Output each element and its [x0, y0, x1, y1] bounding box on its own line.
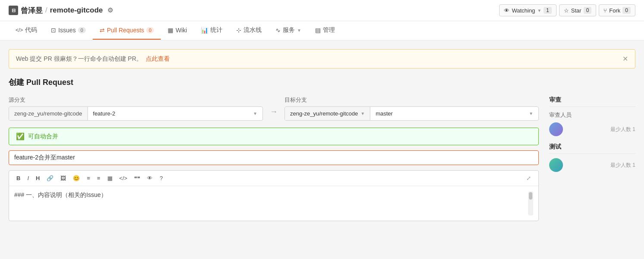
nav-item-code[interactable]: </> 代码 [9, 21, 44, 40]
source-repo-name: zeng-ze_yu/remote-gitcode [9, 107, 88, 120]
toolbar-table[interactable]: ▦ [104, 173, 116, 183]
reviewer-avatar [549, 122, 563, 136]
source-branch-value: feature-2 [93, 110, 116, 117]
review-section-title: 审查 [549, 96, 635, 107]
header-actions: 👁 Watching ▼ 1 ☆ Star 0 ⑂ Fork 0 [499, 4, 635, 16]
toolbar-quote[interactable]: ❝❝ [131, 173, 143, 183]
editor-body[interactable]: ### 一、内容说明（相关的Issue） [9, 186, 538, 221]
target-branch-section: 目标分支 zeng-ze_yu/remote-gitcode ▼ master … [284, 96, 539, 121]
main-content: Web 提交 PR 很麻烦？一行命令自动创建 PR。 点此查看 ✕ 创建 Pul… [0, 41, 644, 247]
issues-badge: 0 [78, 27, 86, 33]
branch-arrow: → [270, 107, 278, 121]
toolbar-code[interactable]: </> [116, 173, 131, 183]
watching-dropdown-icon: ▼ [537, 8, 541, 13]
pr-badge: 0 [146, 27, 154, 33]
tester-avatar [549, 158, 563, 172]
auto-merge-banner: ✅ 可自动合并 [9, 128, 539, 145]
star-button[interactable]: ☆ Star 0 [559, 4, 597, 16]
issues-icon: ⊡ [51, 27, 56, 34]
content-layout: 源分支 zeng-ze_yu/remote-gitcode feature-2 … [9, 96, 635, 221]
source-branch-select[interactable]: feature-2 ▼ [88, 107, 263, 120]
editor-scrollbar-thumb[interactable] [529, 192, 532, 200]
pr-icon: ⇄ [100, 27, 105, 34]
editor-toolbar: B I H 🔗 🖼 😊 ≡ ≡ ▦ </> ❝❝ 👁 ? ⤢ [9, 171, 538, 186]
source-branch-group: zeng-ze_yu/remote-gitcode feature-2 ▼ [9, 106, 263, 121]
sidebar: 审查 审查人员 最少人数 1 测试 最少人数 1 [549, 96, 635, 221]
nav: </> 代码 ⊡ Issues 0 ⇄ Pull Requests 0 ▦ Wi… [0, 21, 644, 41]
nav-item-wiki[interactable]: ▦ Wiki [161, 22, 194, 40]
header: ⊟ 曾泽昱 / remote-gitcode ⚙ 👁 Watching ▼ 1 … [0, 0, 644, 21]
target-repo-dropdown-icon: ▼ [361, 111, 365, 116]
repo-separator: / [45, 6, 47, 15]
toolbar-heading[interactable]: H [33, 173, 43, 183]
banner-close-button[interactable]: ✕ [622, 55, 628, 63]
toolbar-emoji[interactable]: 😊 [70, 173, 83, 183]
nav-item-issues[interactable]: ⊡ Issues 0 [44, 22, 93, 40]
code-icon: </> [16, 27, 23, 33]
source-branch-label: 源分支 [9, 96, 263, 104]
target-repo-select[interactable]: zeng-ze_yu/remote-gitcode ▼ [285, 107, 370, 120]
wiki-icon: ▦ [168, 27, 173, 34]
reviewers-label: 审查人员 [549, 111, 635, 119]
test-section: 测试 最少人数 1 [549, 143, 635, 172]
pr-title-input[interactable] [9, 150, 539, 165]
branch-selection-row: 源分支 zeng-ze_yu/remote-gitcode feature-2 … [9, 96, 539, 121]
services-icon: ∿ [275, 27, 281, 34]
nav-item-pull-requests[interactable]: ⇄ Pull Requests 0 [93, 22, 161, 40]
target-branch-select[interactable]: master ▼ [370, 107, 538, 120]
target-repo-value: zeng-ze_yu/remote-gitcode [290, 110, 358, 117]
services-dropdown-icon: ▼ [297, 28, 301, 33]
toolbar-italic[interactable]: I [24, 173, 32, 183]
repo-owner[interactable]: 曾泽昱 [21, 6, 43, 16]
check-circle-icon: ✅ [16, 132, 25, 140]
repo-icon: ⊟ [9, 6, 18, 15]
fork-label: Fork [609, 7, 620, 14]
source-branch-section: 源分支 zeng-ze_yu/remote-gitcode feature-2 … [9, 96, 263, 121]
repo-name[interactable]: remote-gitcode [50, 6, 103, 15]
nav-item-stats[interactable]: 📊 统计 [194, 21, 229, 40]
toolbar-list-ordered[interactable]: ≡ [94, 173, 103, 183]
stats-icon: 📊 [201, 27, 208, 34]
form-main: 源分支 zeng-ze_yu/remote-gitcode feature-2 … [9, 96, 539, 221]
banner-text: Web 提交 PR 很麻烦？一行命令自动创建 PR。 点此查看 [16, 55, 170, 63]
target-branch-group: zeng-ze_yu/remote-gitcode ▼ master ▼ [284, 106, 539, 121]
fork-button[interactable]: ⑂ Fork 0 [599, 4, 635, 16]
star-count: 0 [584, 7, 592, 14]
source-branch-dropdown-icon: ▼ [253, 111, 257, 116]
banner: Web 提交 PR 很麻烦？一行命令自动创建 PR。 点此查看 ✕ [9, 49, 635, 69]
toolbar-image[interactable]: 🖼 [57, 173, 69, 183]
page-title: 创建 Pull Request [9, 77, 635, 87]
star-label: Star [571, 7, 581, 14]
watching-count: 1 [544, 7, 552, 14]
toolbar-help[interactable]: ? [156, 173, 166, 183]
target-branch-value: master [375, 110, 393, 117]
watching-button[interactable]: 👁 Watching ▼ 1 [499, 4, 556, 16]
editor-content: ### 一、内容说明（相关的Issue） [14, 191, 525, 215]
admin-icon: ▤ [315, 27, 321, 34]
watching-label: Watching [512, 7, 535, 14]
fork-count: 0 [622, 7, 631, 14]
eye-icon: 👁 [504, 7, 510, 14]
editor: B I H 🔗 🖼 😊 ≡ ≡ ▦ </> ❝❝ 👁 ? ⤢ [9, 170, 539, 221]
auto-merge-text: 可自动合并 [28, 133, 58, 140]
toolbar-bold[interactable]: B [13, 173, 23, 183]
target-branch-dropdown-icon: ▼ [529, 111, 533, 116]
toolbar-preview[interactable]: 👁 [144, 173, 156, 183]
reviewer-min-count: 最少人数 1 [610, 126, 635, 133]
pipeline-icon: ⊹ [236, 27, 241, 34]
nav-item-admin[interactable]: ▤ 管理 [308, 21, 342, 40]
test-section-title: 测试 [549, 143, 635, 154]
tester-min-count: 最少人数 1 [610, 162, 635, 169]
reviewer-row: 最少人数 1 [549, 122, 635, 136]
editor-scrollbar[interactable] [528, 191, 533, 215]
toolbar-expand[interactable]: ⤢ [523, 173, 534, 183]
fork-icon: ⑂ [603, 7, 607, 14]
banner-link[interactable]: 点此查看 [146, 55, 170, 62]
toolbar-link[interactable]: 🔗 [44, 173, 56, 183]
tester-row: 最少人数 1 [549, 158, 635, 172]
star-icon: ☆ [564, 7, 569, 14]
settings-icon[interactable]: ⚙ [107, 6, 113, 14]
nav-item-services[interactable]: ∿ 服务 ▼ [269, 21, 308, 40]
toolbar-list-unordered[interactable]: ≡ [84, 173, 93, 183]
nav-item-pipeline[interactable]: ⊹ 流水线 [229, 21, 269, 40]
